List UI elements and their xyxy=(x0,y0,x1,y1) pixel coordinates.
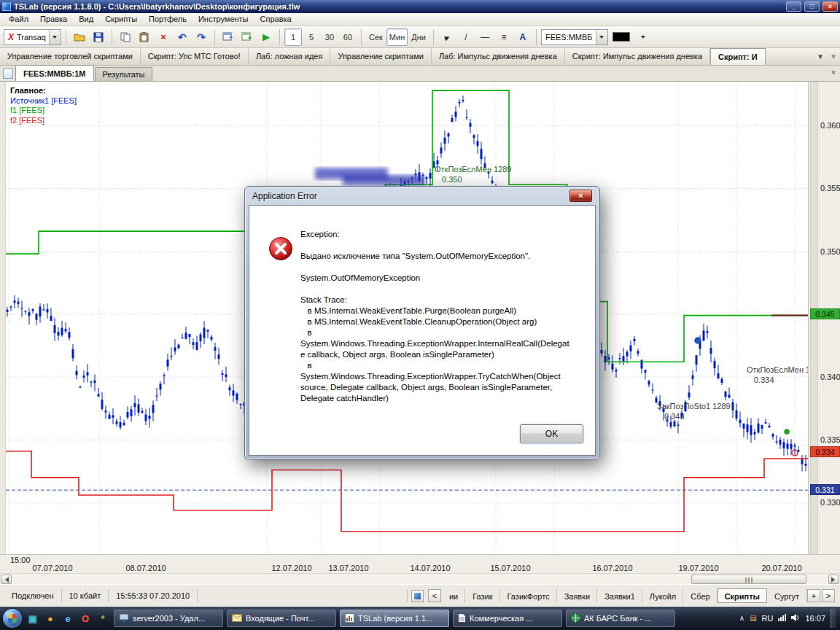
window-titlebar[interactable]: TSLab (версия 1.1.8.0) - C:\Users\lbatyr… xyxy=(0,0,840,13)
hidden-icons-chevron[interactable]: ∧ xyxy=(739,615,744,622)
opera-icon[interactable]: O xyxy=(77,610,93,626)
date-label: 16.07.2010 xyxy=(592,564,632,572)
workspace-tab[interactable]: Заявки1 xyxy=(597,588,642,603)
doc-tab-close-icon[interactable]: × xyxy=(827,48,840,65)
workspace-tab[interactable]: ии xyxy=(442,588,465,603)
interval-button[interactable]: 30 xyxy=(321,28,338,46)
scroll-right-arrow[interactable] xyxy=(828,575,839,584)
dialog-titlebar[interactable]: Application Error xyxy=(249,187,596,205)
status-log-button[interactable] xyxy=(411,590,424,602)
swatch-dropdown-button[interactable] xyxy=(634,28,652,46)
delete-button[interactable]: × xyxy=(155,28,172,46)
doc-tab[interactable]: Скрипт: Упс МТС Готово! xyxy=(141,48,249,65)
copy-button[interactable] xyxy=(117,28,134,46)
tabs-scroll-right-button[interactable]: > xyxy=(822,589,835,602)
workspace-tab[interactable]: ГазикФортс xyxy=(500,588,557,603)
menu-item[interactable]: Инструменты xyxy=(192,13,254,26)
pane-close-icon[interactable]: × xyxy=(827,64,840,81)
pane-tab[interactable]: Результаты xyxy=(95,67,153,81)
ok-button[interactable]: OK xyxy=(520,424,583,443)
maximize-button[interactable]: □ xyxy=(804,1,820,12)
workspace-tab[interactable]: Скрипты xyxy=(718,588,767,603)
scroll-left-arrow[interactable] xyxy=(1,575,12,584)
interval-buttons: 153060 xyxy=(284,28,357,46)
traffic-counter: 10 кбайт xyxy=(62,589,109,602)
time-axis[interactable]: 15:00 07.07.201008.07.201012.07.201013.0… xyxy=(0,554,840,573)
doc-tab[interactable]: Скрипт: И xyxy=(710,48,766,65)
task-button[interactable]: АК БАРС Банк - ... xyxy=(566,610,675,627)
task-button[interactable]: Входящие - Почт... xyxy=(227,610,336,627)
workspace-tab[interactable]: Газик xyxy=(465,588,499,603)
doc-tab[interactable]: Лаб: Импульс движения дневка xyxy=(432,48,565,65)
workspace-tab[interactable]: Лукойл xyxy=(642,588,683,603)
unit-button[interactable]: Дни xyxy=(408,28,429,46)
color-swatch-button[interactable] xyxy=(610,28,633,46)
price-axis[interactable]: 0.3600.3550.3500.3400.3350.3300.3450.334… xyxy=(808,82,840,554)
chevron-down-icon[interactable] xyxy=(49,30,61,44)
doc-tab[interactable]: Лаб: ложная идея xyxy=(249,48,331,65)
doc-tab[interactable]: Управление торговлей скриптами xyxy=(0,48,141,65)
menu-item[interactable]: Справка xyxy=(254,13,298,26)
task-button[interactable]: TSLab (версия 1.1... xyxy=(340,610,449,627)
symbol-combo[interactable]: FEES:ММВБ xyxy=(541,29,608,45)
workspace-tab[interactable]: Заявки xyxy=(557,588,598,603)
taskbar-clock[interactable]: 16:07 xyxy=(805,614,825,623)
menu-item[interactable]: Портфель xyxy=(143,13,192,26)
task-label: Входящие - Почт... xyxy=(246,614,331,623)
workspace-tab[interactable]: Сбер xyxy=(683,588,717,603)
channel-tool-button[interactable]: ≡ xyxy=(495,28,513,46)
new-chart-button[interactable] xyxy=(219,28,237,46)
chevron-down-icon[interactable] xyxy=(596,30,607,44)
paste-button[interactable] xyxy=(136,28,153,46)
hline-tool-button[interactable]: — xyxy=(476,28,494,46)
text-tool-button[interactable]: A xyxy=(514,28,532,46)
trendline-tool-button[interactable]: / xyxy=(457,28,475,46)
task-button[interactable]: server2003 - Удал... xyxy=(114,610,223,627)
open-file-button[interactable] xyxy=(71,28,88,46)
horizontal-scrollbar[interactable] xyxy=(0,573,840,584)
doc-icon xyxy=(458,613,466,624)
menu-item[interactable]: Правка xyxy=(34,13,73,26)
pane-menu-icon[interactable] xyxy=(3,69,13,79)
tray-app-icon[interactable]: ▤ xyxy=(750,615,756,622)
tabs-scroll-left-button[interactable]: < xyxy=(428,589,441,602)
send-to-chart-button[interactable] xyxy=(238,28,256,46)
network-icon[interactable] xyxy=(778,614,786,623)
volume-icon[interactable] xyxy=(791,614,800,623)
close-button[interactable]: × xyxy=(822,1,838,12)
transaq-combo[interactable]: X Transaq xyxy=(4,29,61,45)
task-button[interactable]: Коммерческая ... xyxy=(453,610,562,627)
dialog-close-button[interactable]: × xyxy=(569,190,592,202)
redo-button[interactable]: ↷ xyxy=(192,28,210,46)
cursor-tool-button[interactable]: ► xyxy=(435,26,459,49)
run-script-button[interactable]: ▶ xyxy=(257,28,275,46)
undo-button[interactable]: ↶ xyxy=(174,28,191,46)
scrollbar-thumb[interactable] xyxy=(691,575,806,584)
save-button[interactable] xyxy=(90,28,107,46)
unit-button[interactable]: Сек xyxy=(366,28,386,46)
minimize-button[interactable]: _ xyxy=(786,1,801,12)
interval-button[interactable]: 5 xyxy=(303,28,320,46)
menu-item[interactable]: Скрипты xyxy=(99,13,143,26)
interval-button[interactable]: 1 xyxy=(284,28,302,46)
menu-item[interactable]: Файл xyxy=(3,13,34,26)
tab-list-chevron-icon[interactable]: ▾ xyxy=(814,48,827,65)
unit-button[interactable]: Мин xyxy=(386,28,408,46)
start-button[interactable] xyxy=(3,609,22,628)
mail-icon xyxy=(232,614,242,623)
media-player-icon[interactable]: ● xyxy=(42,610,58,626)
add-tab-button[interactable]: + xyxy=(807,589,820,602)
date-label: 08.07.2010 xyxy=(125,564,166,572)
menu-item[interactable]: Вид xyxy=(73,13,99,26)
language-indicator[interactable]: RU xyxy=(762,614,774,623)
workspace-tab[interactable]: Сургут xyxy=(767,588,806,603)
system-tray: ∧ ▤ RU 16:07 xyxy=(739,609,837,628)
doc-tab[interactable]: Управление скриптами xyxy=(330,48,431,65)
messenger-icon[interactable]: * xyxy=(95,610,111,626)
interval-button[interactable]: 60 xyxy=(339,28,357,46)
ie-icon[interactable]: e xyxy=(60,610,76,626)
doc-tab[interactable]: Скрипт: Импульс движения дневка xyxy=(565,48,710,65)
show-desktop-button[interactable] xyxy=(831,609,836,628)
remote-desktop-icon[interactable]: ▣ xyxy=(25,610,41,626)
pane-tab[interactable]: FEES:ММВБ:1M xyxy=(15,65,94,81)
